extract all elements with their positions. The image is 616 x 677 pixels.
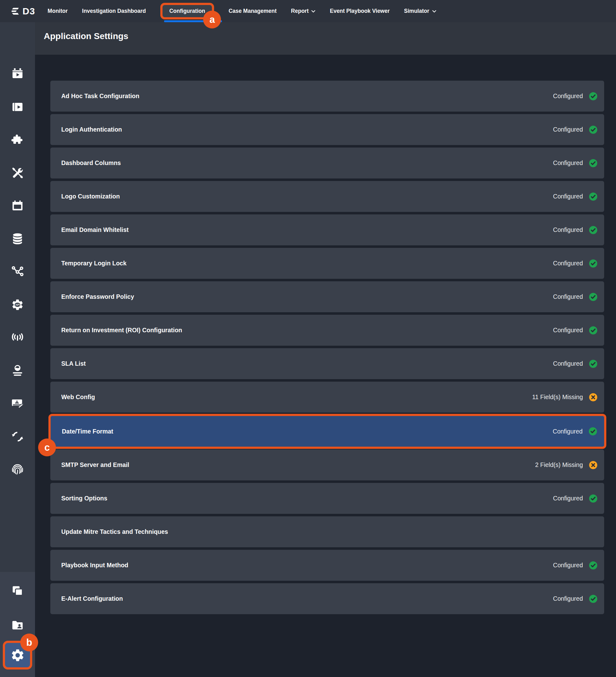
- check-circle-icon: [589, 293, 597, 301]
- annotation-badge-b: b: [20, 634, 38, 651]
- setting-row-label: Date/Time Format: [62, 428, 553, 435]
- setting-row-label: SMTP Server and Email: [61, 461, 535, 468]
- tools-icon[interactable]: [11, 166, 24, 179]
- check-circle-icon: [589, 427, 597, 436]
- nav-item-label: Event Playbook Viewer: [330, 8, 389, 14]
- check-circle-icon: [589, 159, 597, 167]
- x-circle-icon: [589, 461, 597, 469]
- setting-row-status: Configured: [553, 160, 583, 167]
- video-library-icon[interactable]: [11, 100, 24, 114]
- email-domain-whitelist-row[interactable]: Email Domain WhitelistConfigured: [50, 214, 604, 245]
- setting-row-label: Playbook Input Method: [61, 562, 553, 569]
- setting-row-status: Configured: [553, 126, 583, 133]
- check-circle-icon: [589, 92, 597, 100]
- nav-item-investigation-dashboard[interactable]: Investigation Dashboard: [82, 8, 146, 14]
- nav-item-report[interactable]: Report: [291, 8, 315, 14]
- check-circle-icon: [589, 192, 597, 201]
- setting-row-status: Configured: [553, 495, 583, 502]
- setting-row-label: E-Alert Configuration: [61, 595, 553, 602]
- setting-row-label: Enforce Password Policy: [61, 293, 553, 300]
- setting-row-label: Logo Customization: [61, 193, 553, 200]
- nav-item-label: Investigation Dashboard: [82, 8, 146, 14]
- login-authentication-row[interactable]: Login AuthenticationConfigured: [50, 114, 604, 145]
- annotation-badge-a: a: [203, 11, 221, 29]
- left-sidebar: API b: [0, 22, 35, 677]
- check-circle-icon: [589, 226, 597, 234]
- setting-row-label: Return on Investment (ROI) Configuration: [61, 327, 553, 334]
- setting-row-label: Temporary Login Lock: [61, 260, 553, 267]
- configuration-tab-annotation-box: Configurationa: [160, 3, 215, 19]
- user-folder-icon[interactable]: [11, 619, 24, 632]
- puzzle-icon[interactable]: [11, 133, 24, 146]
- antenna-icon[interactable]: [11, 331, 24, 344]
- fingerprint-icon[interactable]: [11, 463, 24, 476]
- nav-item-configuration[interactable]: Configurationa: [160, 3, 215, 19]
- calendar-play-icon[interactable]: [11, 67, 24, 80]
- setting-row-status: Configured: [553, 226, 583, 233]
- application-settings-panel: Ad Hoc Task ConfigurationConfiguredLogin…: [35, 55, 616, 677]
- setting-row-status: Configured: [553, 193, 583, 200]
- chevron-down-icon: [432, 9, 436, 13]
- share-nodes-icon[interactable]: [11, 265, 24, 278]
- sla-list-row[interactable]: SLA ListConfigured: [50, 348, 604, 379]
- sync-arrows-icon[interactable]: [11, 430, 24, 443]
- database-icon[interactable]: [11, 232, 24, 245]
- setting-row-status: Configured: [553, 260, 583, 267]
- logo-customization-row[interactable]: Logo CustomizationConfigured: [50, 181, 604, 212]
- nav-items: MonitorInvestigation DashboardConfigurat…: [48, 3, 436, 19]
- nav-item-label: Monitor: [48, 8, 67, 14]
- setting-row-status: Configured: [553, 562, 583, 569]
- setting-row-label: Dashboard Columns: [61, 160, 553, 167]
- brand-text: D3: [22, 6, 35, 16]
- check-circle-icon: [589, 326, 597, 334]
- settings-gear-button[interactable]: b: [3, 641, 32, 670]
- nav-item-label: Report: [291, 8, 309, 14]
- alert-edit-icon[interactable]: [11, 397, 24, 410]
- playbook-input-method-row[interactable]: Playbook Input MethodConfigured: [50, 550, 604, 581]
- gear-icon: [10, 648, 25, 663]
- dashboard-columns-row[interactable]: Dashboard ColumnsConfigured: [50, 147, 604, 178]
- nav-item-case-management[interactable]: Case Management: [229, 8, 277, 14]
- setting-row-status: 11 Field(s) Missing: [532, 394, 583, 401]
- setting-row-status: Configured: [553, 327, 583, 334]
- setting-row-label: Login Authentication: [61, 126, 553, 133]
- setting-row-label: Update Mitre Tactics and Techniques: [61, 528, 597, 535]
- setting-row-status: Configured: [553, 93, 583, 100]
- web-config-row[interactable]: Web Config11 Field(s) Missing: [50, 381, 604, 413]
- check-circle-icon: [589, 595, 597, 603]
- nav-item-label: Configuration: [170, 8, 205, 14]
- e-alert-configuration-row[interactable]: E-Alert ConfigurationConfigured: [50, 583, 604, 614]
- calendar-icon[interactable]: [11, 199, 24, 212]
- setting-row-label: SLA List: [61, 360, 553, 367]
- d3-logomark-icon: [9, 7, 21, 16]
- nav-item-label: Simulator: [404, 8, 429, 14]
- api-gear-icon[interactable]: API: [11, 298, 24, 311]
- setting-row-status: Configured: [553, 428, 582, 435]
- nav-item-event-playbook-viewer[interactable]: Event Playbook Viewer: [330, 8, 389, 14]
- svg-text:API: API: [15, 303, 20, 306]
- setting-row-status: Configured: [553, 360, 583, 367]
- d3-logo: D3: [9, 6, 35, 16]
- setting-row-label: Web Config: [61, 394, 532, 401]
- ad-hoc-task-configuration-row[interactable]: Ad Hoc Task ConfigurationConfigured: [50, 81, 604, 111]
- check-circle-icon: [589, 126, 597, 134]
- update-mitre-tactics-and-techniques-row[interactable]: Update Mitre Tactics and Techniques: [50, 516, 604, 547]
- globe-lines-icon[interactable]: [11, 364, 24, 377]
- nav-item-monitor[interactable]: Monitor: [48, 8, 67, 14]
- smtp-server-and-email-row[interactable]: SMTP Server and Email2 Field(s) Missing: [50, 449, 604, 481]
- sorting-options-row[interactable]: Sorting OptionsConfigured: [50, 483, 604, 514]
- enforce-password-policy-row[interactable]: Enforce Password PolicyConfigured: [50, 281, 604, 312]
- copy-icon[interactable]: [11, 585, 24, 598]
- setting-row-label: Email Domain Whitelist: [61, 226, 553, 233]
- return-on-investment-roi-configuration-row[interactable]: Return on Investment (ROI) Configuration…: [50, 315, 604, 346]
- check-circle-icon: [589, 260, 597, 268]
- setting-row-label: Sorting Options: [61, 495, 553, 502]
- setting-row-label: Ad Hoc Task Configuration: [61, 93, 553, 100]
- top-navigation-bar: D3 MonitorInvestigation DashboardConfigu…: [0, 0, 616, 22]
- date-time-format-row[interactable]: Date/Time FormatConfiguredc: [48, 414, 606, 449]
- temporary-login-lock-row[interactable]: Temporary Login LockConfigured: [50, 248, 604, 279]
- chevron-down-icon: [311, 9, 315, 13]
- setting-row-status: Configured: [553, 293, 583, 300]
- check-circle-icon: [589, 494, 597, 503]
- nav-item-simulator[interactable]: Simulator: [404, 8, 436, 14]
